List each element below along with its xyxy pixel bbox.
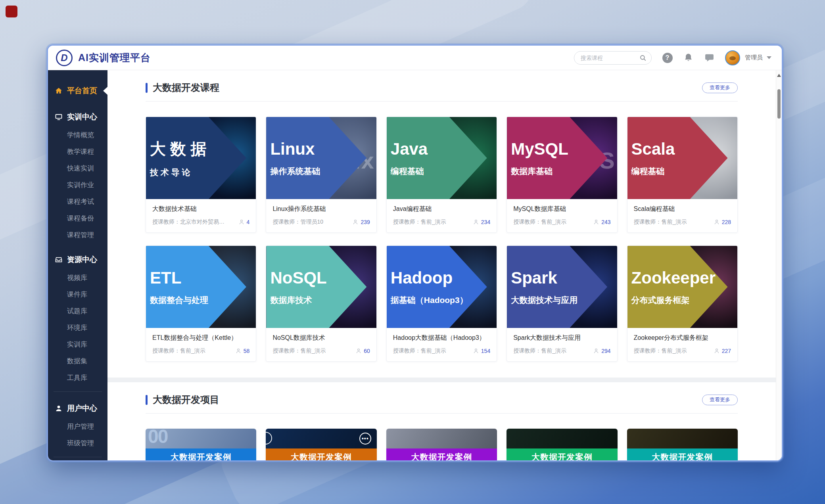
sidebar-group-home: 平台首页: [48, 81, 107, 100]
sidebar-group-user-center: 用户中心用户管理班级管理: [48, 399, 107, 451]
course-title: MySQL数据库基础: [513, 205, 610, 213]
sidebar-subitem[interactable]: 课程考试: [48, 193, 107, 210]
monitor-icon: [55, 113, 63, 121]
course-teacher: 授课教师：售前_演示: [634, 218, 687, 226]
sidebar-nav: 平台首页实训中心学情概览教学课程快速实训实训作业课程考试课程备份课程管理资源中心…: [48, 70, 107, 460]
sidebar-subitem[interactable]: 课件库: [48, 286, 107, 303]
sidebar-subitem[interactable]: 数据集: [48, 353, 107, 369]
view-count-value: 294: [601, 348, 610, 354]
scroll-up-arrow[interactable]: [777, 74, 781, 77]
person-icon: [593, 219, 599, 225]
course-view-count: 58: [235, 348, 250, 354]
project-banner: 大数据开发案例: [627, 448, 738, 460]
person-icon: [714, 219, 720, 225]
course-teacher: 授课教师：售前_演示: [513, 218, 566, 226]
sidebar-subitem[interactable]: 环境库: [48, 319, 107, 336]
sidebar-item-label: 平台首页: [67, 86, 97, 96]
sidebar-subitem[interactable]: 用户管理: [48, 418, 107, 435]
course-card[interactable]: 大 数 据技 术 导 论大数据技术基础授课教师：北京市对外贸易学校教...4: [146, 117, 256, 233]
sidebar-item-label: 用户中心: [67, 403, 97, 414]
view-count-value: 227: [722, 348, 731, 354]
course-teacher: 授课教师：售前_演示: [393, 218, 446, 226]
section-divider: [146, 101, 738, 102]
project-banner: 大数据开发案例: [507, 448, 617, 460]
project-card[interactable]: 大数据开发案例: [507, 429, 617, 460]
course-teacher: 授课教师：售前_演示: [634, 347, 687, 355]
sidebar-item-home[interactable]: 平台首页: [48, 81, 107, 100]
course-card[interactable]: Spark大数据技术与应用Spark大数据技术与应用授课教师：售前_演示294: [507, 245, 617, 362]
sidebar-item-training-center[interactable]: 实训中心: [48, 107, 107, 126]
project-banner: 大数据开发案例: [146, 448, 256, 460]
sidebar-subitem[interactable]: 班级管理: [48, 435, 107, 451]
view-more-projects-button[interactable]: 查看更多: [702, 395, 738, 405]
sidebar-subitem[interactable]: 课程管理: [48, 226, 107, 243]
view-count-value: 4: [247, 219, 250, 225]
course-card[interactable]: Scala编程基础Scala编程基础授课教师：售前_演示228: [627, 117, 738, 233]
course-title: Spark大数据技术与应用: [513, 334, 610, 342]
projects-section: 大数据开发项目 查看更多 00大数据开发案例•••大数据开发案例大数据开发案例大…: [107, 382, 776, 460]
course-card[interactable]: NoSQL数据库技术NoSQL数据库技术授课教师：售前_演示60: [266, 245, 376, 362]
scrollbar-thumb[interactable]: [777, 89, 781, 119]
sidebar-group-resource-center: 资源中心视频库课件库试题库环境库实训库数据集工具库: [48, 250, 107, 386]
course-teacher: 授课教师：北京市对外贸易学校教...: [152, 218, 226, 226]
courses-section: 大数据开发课程 查看更多 大 数 据技 术 导 论大数据技术基础授课教师：北京市…: [107, 70, 776, 378]
view-count-value: 58: [244, 348, 250, 354]
course-card[interactable]: Hadoop据基础（Hadoop3）Hadoop大数据基础（Hadoop3）授课…: [386, 245, 497, 362]
app-window: D AI实训管理平台 ?: [47, 44, 783, 462]
home-icon: [55, 87, 63, 95]
person-icon: [473, 348, 479, 354]
user-icon: [55, 404, 63, 412]
help-icon[interactable]: ?: [662, 52, 673, 63]
scrollbar[interactable]: [776, 70, 782, 460]
sidebar-subitem[interactable]: 试题库: [48, 303, 107, 319]
view-count-value: 243: [601, 219, 610, 225]
search-icon[interactable]: [639, 54, 647, 61]
course-title: 大数据技术基础: [152, 205, 249, 213]
sidebar-item-user-center[interactable]: 用户中心: [48, 399, 107, 418]
course-card[interactable]: inuxLinux操作系统基础Linux操作系统基础授课教师：管理员10239: [266, 117, 376, 233]
project-photo: [627, 429, 738, 448]
course-cover: Scala编程基础: [627, 117, 737, 199]
sidebar-subitem[interactable]: 实训库: [48, 336, 107, 353]
course-teacher: 授课教师：售前_演示: [393, 347, 446, 355]
course-card[interactable]: MySMySQL数据库基础MySQL数据库基础授课教师：售前_演示243: [507, 117, 617, 233]
view-count-value: 154: [481, 348, 490, 354]
app-header: D AI实训管理平台 ?: [48, 46, 782, 70]
chat-icon[interactable]: [704, 52, 715, 63]
avatar[interactable]: [725, 50, 740, 65]
project-card[interactable]: 大数据开发案例: [627, 429, 738, 460]
sidebar-subitem[interactable]: 实训作业: [48, 176, 107, 193]
user-name: 管理员: [745, 54, 763, 61]
project-card[interactable]: 大数据开发案例: [386, 429, 497, 460]
course-cover: MySMySQL数据库基础: [507, 117, 617, 199]
sidebar-item-label: 实训中心: [67, 112, 97, 122]
project-card[interactable]: •••大数据开发案例: [266, 429, 376, 460]
bell-icon[interactable]: [683, 52, 694, 63]
sidebar-subitem[interactable]: 工具库: [48, 369, 107, 386]
sidebar-subitem[interactable]: 快速实训: [48, 160, 107, 176]
sidebar-subitem[interactable]: 教学课程: [48, 143, 107, 160]
sidebar-divider: [54, 457, 102, 457]
course-card[interactable]: ETL数据整合与处理ETL数据整合与处理（Kettle）授课教师：售前_演示58: [146, 245, 256, 362]
caret-down-icon[interactable]: [767, 56, 771, 59]
sidebar-subitem[interactable]: 课程备份: [48, 210, 107, 226]
course-card[interactable]: Java编程基础Java编程基础授课教师：售前_演示234: [386, 117, 497, 233]
project-card[interactable]: 00大数据开发案例: [146, 429, 256, 460]
view-more-courses-button[interactable]: 查看更多: [702, 82, 738, 93]
project-photo: •••: [266, 429, 376, 448]
course-teacher: 授课教师：售前_演示: [272, 347, 326, 355]
course-title: Java编程基础: [393, 205, 490, 213]
sidebar-divider: [54, 391, 102, 392]
project-banner: 大数据开发案例: [386, 448, 497, 460]
course-card-row: ETL数据整合与处理ETL数据整合与处理（Kettle）授课教师：售前_演示58…: [146, 245, 738, 362]
person-icon: [473, 219, 479, 225]
course-cover: Hadoop据基础（Hadoop3）: [387, 246, 497, 328]
project-banner: 大数据开发案例: [266, 448, 376, 460]
course-card[interactable]: Zookeeper分布式服务框架Zookeeper分布式服务框架授课教师：售前_…: [627, 245, 738, 362]
sidebar-subitem[interactable]: 学情概览: [48, 126, 107, 143]
project-photo: 00: [146, 429, 256, 448]
inbox-icon: [55, 256, 63, 264]
sidebar-item-resource-center[interactable]: 资源中心: [48, 250, 107, 269]
sidebar-subitem[interactable]: 视频库: [48, 269, 107, 286]
section-title-courses: 大数据开发课程: [146, 81, 219, 94]
